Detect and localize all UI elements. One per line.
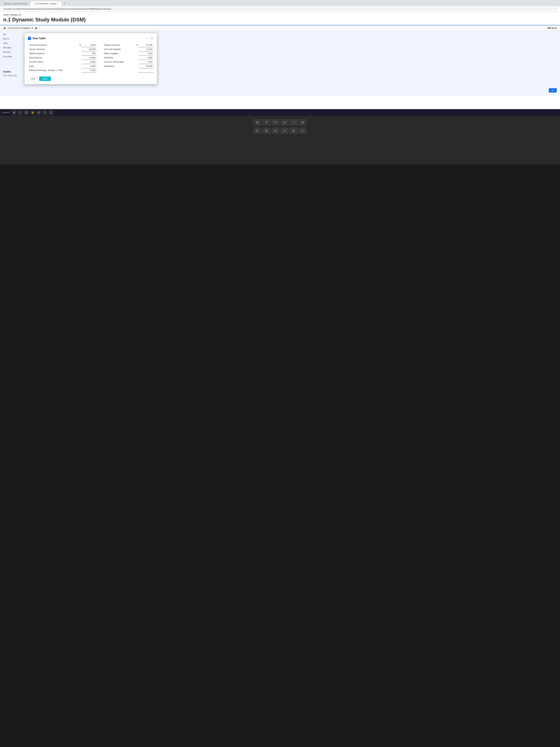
modal-controls: − × [145, 36, 154, 41]
taskbar-icon-app1[interactable]: ⚡ [30, 110, 35, 115]
tab-active[interactable]: ◯ Do Homework - Breann × [30, 1, 61, 6]
data-table: Insurance Expense$6,000Salaries Expense$… [28, 43, 154, 73]
key-k[interactable]: K [290, 127, 298, 134]
tab-active-label: Do Homework - Breann [36, 3, 56, 5]
browser-chrome: Question regarding homew ◯ Do Homework -… [0, 0, 560, 12]
close-button[interactable]: × [150, 36, 154, 41]
data-table-modal: i Data Table − × Insurance Expense$6,000… [24, 33, 157, 84]
left-label-cell: Cash [28, 64, 77, 68]
right-dollar-cell [134, 47, 138, 51]
navigation-bar: ◀ 12 of 15 (13 complete) ▼ ▶ HW Scor [0, 25, 560, 31]
left-amount-cell: 900 [81, 51, 97, 56]
left-label-cell: Rent Expense [28, 56, 77, 60]
q-line1: (o) [3, 32, 23, 36]
tab-chevron[interactable]: ⌄ [68, 2, 70, 5]
q-line4: the asse [3, 46, 23, 49]
done-button[interactable]: Done [39, 77, 51, 81]
content-area: ounty College) (1) n.1 Dynamic Study Mod… [0, 12, 560, 109]
nav-dropdown-button[interactable]: ▼ [31, 27, 33, 29]
right-amount-cell: 11,500 [138, 47, 154, 51]
left-dollar-cell [77, 60, 81, 64]
right-amount-cell [138, 68, 154, 73]
left-amount-cell: 5,000 [81, 64, 97, 68]
modal-header: i Data Table − × [28, 36, 154, 41]
right-dollar-cell [134, 51, 138, 56]
right-amount-cell: 26,500 [138, 64, 154, 68]
right-amount-cell: 1,500 [138, 51, 154, 56]
left-label-cell: Service Revenue [28, 47, 77, 51]
table-row: Rent Expense14,000Dividends4,600 [28, 56, 154, 60]
right-label-cell [100, 68, 134, 73]
input-hint: st or enter any [3, 74, 23, 77]
nav-next-button[interactable]: ▶ [35, 26, 37, 30]
right-label-cell: Equipment [100, 64, 134, 68]
q-line6: et of Ama [3, 55, 23, 58]
right-dollar-cell [134, 60, 138, 64]
spacer-cell [97, 56, 100, 60]
right-label-cell: Accounts Receivable [100, 60, 134, 64]
left-amount-cell: 8,000 [81, 60, 97, 64]
key-g[interactable]: G [262, 127, 270, 134]
key-u[interactable]: U [281, 119, 289, 126]
taskbar-search-text: to search [2, 111, 10, 114]
nav-prev-button[interactable]: ◀ [3, 26, 5, 30]
right-dollar-cell: $ [134, 43, 138, 47]
print-button[interactable]: Print [28, 76, 37, 81]
check-button[interactable]: Ch [549, 88, 557, 93]
right-amount-cell: 47,000 [138, 43, 154, 47]
key-l[interactable]: L [299, 127, 307, 134]
tab-favicon: ◯ [33, 3, 35, 5]
left-label-cell: Insurance Expense [28, 43, 77, 47]
left-amount-cell: 5,000 [81, 68, 97, 73]
nav-status-text: 12 of 15 (13 complete) [7, 27, 30, 29]
module-title: n.1 Dynamic Study Module (DSM) [3, 17, 557, 23]
table-row: Utilities Expense900Office Supplies1,500 [28, 51, 154, 56]
key-t[interactable]: T [262, 119, 270, 126]
address-bar [0, 6, 560, 12]
nav-center: ◀ 12 of 15 (13 complete) ▼ ▶ [3, 26, 37, 30]
taskbar-icon-windows[interactable]: ■ [12, 110, 16, 115]
info-icon: i [28, 36, 31, 40]
key-h[interactable]: H [271, 127, 279, 134]
q-line2: just co [3, 37, 23, 41]
key-r[interactable]: R [253, 119, 261, 126]
left-amount-cell: 6,000 [81, 43, 97, 47]
taskbar-icon-browser[interactable]: ○ [18, 110, 23, 115]
table-row: Cash5,000Equipment26,500 [28, 64, 154, 68]
minimize-button[interactable]: − [145, 36, 149, 41]
address-input[interactable] [2, 7, 558, 10]
taskbar-icon-calc[interactable]: ☷ [49, 110, 53, 115]
right-label-cell: Dividends [100, 56, 134, 60]
tab-inactive[interactable]: Question regarding homew [1, 2, 30, 6]
q-line3: ness. [3, 42, 23, 45]
spacer-cell [97, 60, 100, 64]
key-o[interactable]: O [299, 119, 307, 126]
spacer-cell [97, 64, 100, 68]
left-label-cell: Retained Earnings, January 1, 2018 [28, 68, 77, 73]
question-area: (o) just co ness. the asse the inco et o… [0, 31, 560, 96]
modal-title: Data Table [32, 37, 46, 40]
taskbar-icon-mail[interactable]: ✉ [36, 110, 41, 115]
spacer-cell [97, 47, 100, 51]
taskbar-icon-word[interactable]: W [43, 110, 47, 115]
left-dollar-cell: $ [77, 43, 81, 47]
taskbar-icon-store[interactable]: 🛒 [24, 110, 29, 115]
left-dollar-cell [77, 51, 81, 56]
left-dollar-cell [77, 64, 81, 68]
assets-label: Assets [3, 70, 23, 73]
left-label-cell: Common Stock [28, 60, 77, 64]
tab-close-button[interactable]: × [57, 2, 59, 5]
key-j[interactable]: J [281, 127, 289, 134]
keyboard-area: R T Y U I O F G H J K L [0, 116, 560, 164]
keyboard-row-1: R T Y U I O [2, 119, 558, 126]
table-row: Retained Earnings, January 1, 20185,000 [28, 68, 154, 73]
taskbar-icons: ■ ○ 🛒 ⚡ ✉ W ☷ [12, 110, 53, 115]
key-f[interactable]: F [253, 127, 261, 134]
taskbar: to search ■ ○ 🛒 ⚡ ✉ W ☷ [0, 109, 560, 116]
spacer-cell [97, 43, 100, 47]
new-tab-button[interactable]: + [62, 1, 67, 6]
key-y[interactable]: Y [271, 119, 279, 126]
right-label-cell: Office Supplies [100, 51, 134, 56]
tab-bar: Question regarding homew ◯ Do Homework -… [0, 0, 560, 6]
key-i[interactable]: I [290, 119, 298, 126]
